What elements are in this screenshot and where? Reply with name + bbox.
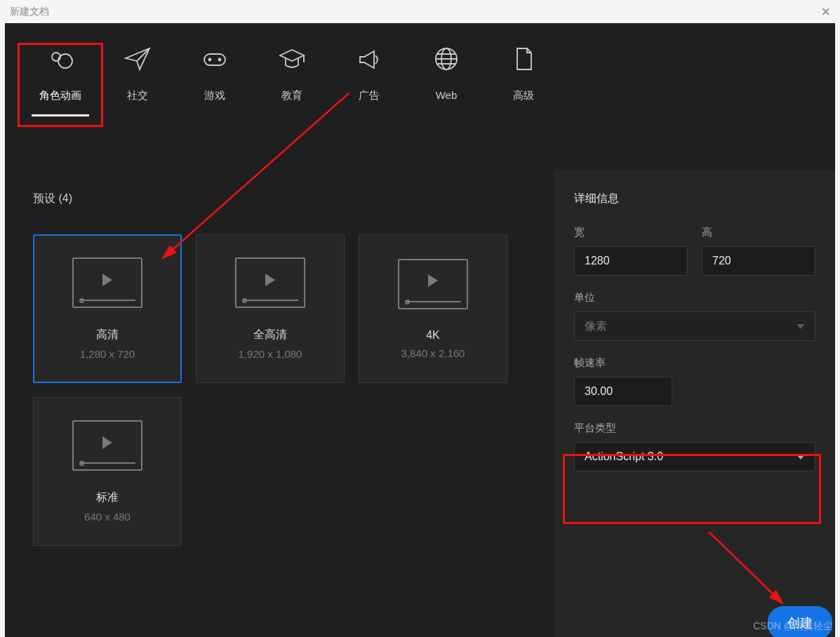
presets-panel: 预设 (4) 高清 1,280 x 720 全高清 1,920 x 1,080 … — [5, 170, 554, 637]
preset-card-fullhd[interactable]: 全高清 1,920 x 1,080 — [196, 234, 345, 383]
tab-web[interactable]: Web — [408, 44, 485, 116]
fps-input[interactable] — [574, 377, 672, 406]
height-input[interactable] — [702, 246, 815, 276]
video-thumb-icon — [72, 257, 142, 308]
svg-rect-2 — [204, 54, 225, 65]
svg-point-3 — [209, 59, 211, 61]
titlebar: 新建文档 × — [0, 0, 840, 23]
video-thumb-icon — [72, 420, 142, 471]
chevron-down-icon — [796, 324, 805, 329]
tab-education[interactable]: 教育 — [253, 44, 331, 116]
height-label: 高 — [702, 226, 815, 239]
preset-dimensions: 640 x 480 — [84, 511, 131, 523]
platform-select[interactable]: ActionScript 3.0 — [574, 442, 815, 471]
document-icon — [509, 44, 538, 74]
svg-point-4 — [219, 59, 221, 61]
preset-name: 标准 — [96, 490, 119, 505]
preset-dimensions: 1,280 x 720 — [80, 348, 135, 360]
tab-ads[interactable]: 广告 — [331, 44, 408, 116]
window-title: 新建文档 — [10, 6, 49, 18]
presets-count-label: 预设 (4) — [33, 192, 538, 206]
unit-label: 单位 — [574, 291, 815, 304]
globe-icon — [432, 44, 461, 74]
preset-dimensions: 3,840 x 2,160 — [401, 347, 465, 359]
preset-card-standard[interactable]: 标准 640 x 480 — [33, 397, 182, 546]
megaphone-icon — [354, 44, 384, 74]
tab-advanced[interactable]: 高级 — [485, 44, 562, 116]
video-thumb-icon — [235, 257, 305, 308]
tab-character-animation[interactable]: 角色动画 — [22, 44, 99, 116]
platform-label: 平台类型 — [574, 422, 815, 435]
preset-name: 全高清 — [253, 328, 287, 342]
preset-name: 高清 — [96, 328, 119, 342]
paper-plane-icon — [123, 44, 152, 74]
fps-label: 帧速率 — [574, 356, 815, 370]
watermark-text: CSDN @雨翼轻尘 — [753, 620, 833, 633]
tab-label: 广告 — [359, 89, 380, 102]
video-thumb-icon — [398, 259, 468, 309]
tab-label: 高级 — [513, 89, 534, 102]
character-icon — [46, 44, 75, 74]
svg-point-1 — [58, 54, 72, 68]
preset-dimensions: 1,920 x 1,080 — [239, 348, 302, 360]
tab-label: 游戏 — [204, 89, 225, 102]
tab-label: Web — [436, 89, 458, 101]
details-title: 详细信息 — [574, 192, 815, 206]
platform-value: ActionScript 3.0 — [585, 450, 663, 463]
preset-grid: 高清 1,280 x 720 全高清 1,920 x 1,080 4K 3,84… — [33, 234, 538, 546]
tab-label: 角色动画 — [39, 89, 81, 102]
new-document-dialog: 角色动画 社交 游戏 教 — [5, 23, 835, 637]
unit-value: 像素 — [585, 319, 607, 334]
details-panel: 详细信息 宽 高 单位 像素 帧速率 — [554, 170, 835, 637]
preset-name: 4K — [426, 329, 440, 342]
tab-game[interactable]: 游戏 — [176, 44, 253, 116]
dialog-content: 预设 (4) 高清 1,280 x 720 全高清 1,920 x 1,080 … — [5, 170, 835, 637]
tab-social[interactable]: 社交 — [99, 44, 176, 116]
chevron-down-icon — [796, 455, 805, 460]
unit-select[interactable]: 像素 — [574, 311, 815, 341]
preset-card-hd[interactable]: 高清 1,280 x 720 — [33, 234, 182, 383]
category-tabs: 角色动画 社交 游戏 教 — [5, 23, 835, 116]
preset-card-4k[interactable]: 4K 3,840 x 2,160 — [359, 234, 507, 383]
tab-label: 教育 — [281, 89, 302, 102]
width-label: 宽 — [574, 226, 688, 239]
width-input[interactable] — [574, 246, 688, 276]
graduation-cap-icon — [277, 44, 307, 74]
close-icon[interactable]: × — [821, 4, 830, 20]
tab-label: 社交 — [127, 89, 148, 102]
gamepad-icon — [200, 44, 229, 74]
